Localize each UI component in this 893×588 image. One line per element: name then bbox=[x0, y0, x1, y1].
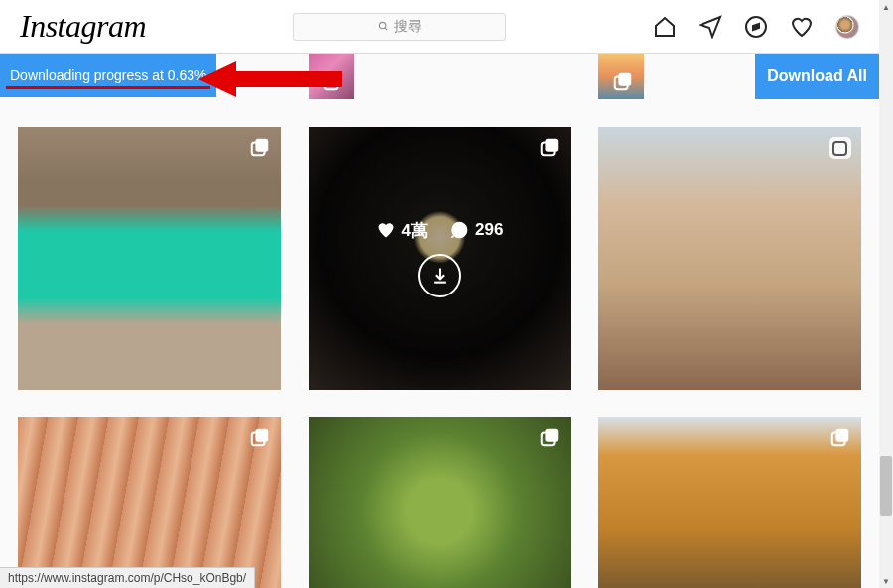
activity-icon[interactable] bbox=[790, 15, 814, 39]
svg-marker-3 bbox=[753, 24, 759, 30]
svg-rect-11 bbox=[546, 139, 559, 152]
carousel-icon bbox=[612, 71, 634, 93]
scroll-up-arrow[interactable]: ▲ bbox=[879, 0, 893, 14]
nav-icons-group bbox=[653, 15, 859, 39]
svg-rect-9 bbox=[255, 139, 268, 152]
home-icon[interactable] bbox=[653, 15, 677, 39]
hover-overlay: 4萬 296 bbox=[309, 127, 572, 390]
post-canyon[interactable] bbox=[18, 417, 281, 588]
likes-stat: 4萬 bbox=[376, 219, 428, 242]
post-autumn-tree[interactable] bbox=[598, 417, 861, 588]
igtv-badge-icon bbox=[829, 137, 851, 159]
scroll-down-arrow[interactable]: ▼ bbox=[879, 574, 893, 588]
top-nav-header: Instagram 搜尋 bbox=[0, 0, 879, 54]
explore-icon[interactable] bbox=[744, 15, 768, 39]
messages-icon[interactable] bbox=[699, 15, 722, 39]
carousel-icon bbox=[249, 427, 271, 449]
carousel-icon bbox=[539, 137, 561, 159]
download-icon bbox=[430, 266, 449, 286]
svg-point-0 bbox=[379, 22, 385, 28]
post-woman-balloons[interactable] bbox=[598, 127, 861, 390]
search-icon bbox=[378, 21, 389, 32]
scrollbar-track[interactable]: ▲ ▼ bbox=[879, 0, 893, 588]
download-progress-banner: Downloading progress at 0.63% bbox=[0, 54, 216, 97]
download-button[interactable] bbox=[418, 254, 461, 297]
carousel-icon bbox=[322, 71, 344, 93]
svg-rect-7 bbox=[619, 73, 632, 86]
svg-rect-17 bbox=[546, 429, 559, 442]
instagram-logo[interactable]: Instagram bbox=[20, 8, 146, 45]
svg-rect-5 bbox=[328, 73, 341, 86]
comments-stat: 296 bbox=[449, 220, 503, 240]
profile-avatar[interactable] bbox=[835, 15, 859, 39]
post-river[interactable] bbox=[18, 127, 281, 390]
svg-rect-15 bbox=[255, 429, 268, 442]
search-input[interactable]: 搜尋 bbox=[293, 13, 506, 41]
likes-count: 4萬 bbox=[402, 219, 428, 242]
browser-status-bar: https://www.instagram.com/p/CHso_kOnBgb/ bbox=[0, 567, 255, 588]
post-grasshopper[interactable] bbox=[309, 417, 572, 588]
carousel-icon bbox=[249, 137, 271, 159]
search-placeholder: 搜尋 bbox=[394, 18, 422, 36]
post-flowers-partial[interactable] bbox=[309, 54, 354, 99]
carousel-icon bbox=[829, 427, 851, 449]
post-moon[interactable]: 4萬 296 bbox=[309, 127, 572, 390]
svg-line-1 bbox=[384, 28, 386, 30]
post-sunset-partial[interactable] bbox=[598, 54, 644, 99]
svg-rect-19 bbox=[835, 429, 848, 442]
heart-icon bbox=[376, 220, 396, 240]
carousel-icon bbox=[539, 427, 561, 449]
download-all-button[interactable]: Download All bbox=[755, 54, 879, 99]
comments-count: 296 bbox=[475, 220, 503, 240]
scrollbar-thumb[interactable] bbox=[880, 456, 892, 516]
comment-icon bbox=[449, 220, 469, 240]
